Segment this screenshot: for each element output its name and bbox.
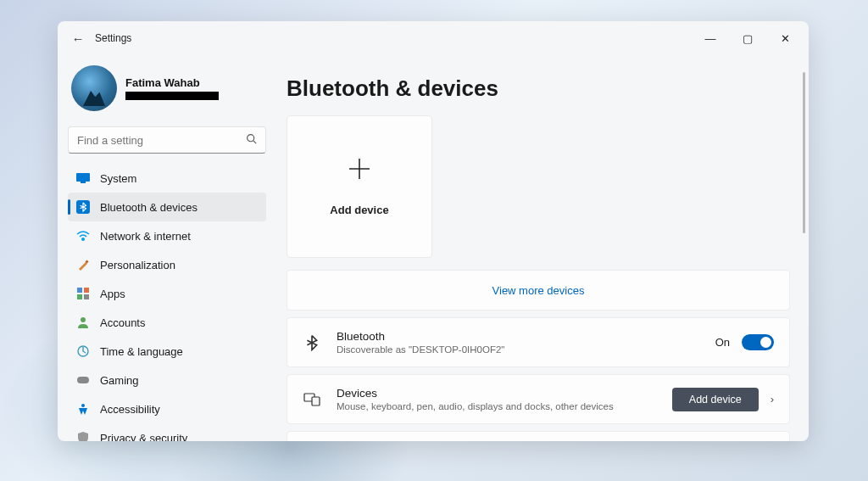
close-button[interactable]: ✕ — [766, 25, 804, 52]
svg-rect-12 — [77, 377, 89, 383]
sidebar-item-accounts[interactable]: Accounts — [68, 308, 266, 337]
sidebar-item-bluetooth[interactable]: Bluetooth & devices — [68, 193, 266, 221]
search-icon — [246, 133, 257, 147]
add-device-label: Add device — [330, 204, 388, 216]
minimize-icon: — — [705, 32, 716, 45]
svg-rect-9 — [84, 294, 89, 299]
add-device-tile[interactable]: Add device — [287, 115, 432, 258]
sidebar: Fatima Wahab System — [58, 55, 276, 441]
row-title: Bluetooth — [337, 330, 504, 343]
sidebar-item-accessibility[interactable]: Accessibility — [68, 394, 266, 423]
sidebar-item-time[interactable]: Time & language — [68, 337, 266, 366]
svg-point-0 — [248, 135, 254, 142]
sidebar-item-apps[interactable]: Apps — [68, 279, 266, 308]
chevron-right-icon: › — [771, 393, 774, 405]
devices-icon — [303, 393, 321, 406]
svg-rect-3 — [81, 182, 86, 183]
sidebar-item-label: Network & internet — [100, 230, 191, 243]
page-title: Bluetooth & devices — [287, 76, 790, 102]
bluetooth-icon — [303, 334, 321, 351]
titlebar: ← Settings — ▢ ✕ — [58, 21, 809, 55]
sidebar-item-label: System — [100, 172, 136, 185]
view-more-devices-link[interactable]: View more devices — [287, 270, 790, 310]
search-input[interactable] — [77, 134, 246, 147]
maximize-icon: ▢ — [743, 32, 753, 45]
svg-line-1 — [253, 141, 256, 143]
shield-icon — [76, 431, 90, 441]
globe-clock-icon — [76, 344, 90, 358]
person-icon — [76, 316, 90, 329]
gamepad-icon — [76, 373, 90, 387]
bluetooth-toggle-row: Bluetooth Discoverable as "DESKTOP-0IH0O… — [287, 317, 790, 367]
sidebar-item-label: Personalization — [100, 259, 175, 271]
sidebar-item-label: Privacy & security — [100, 432, 187, 442]
accessibility-icon — [76, 402, 90, 416]
scrollbar-thumb[interactable] — [803, 72, 805, 233]
printers-row[interactable]: Printers & scanners Preferences, trouble… — [287, 431, 790, 441]
svg-rect-17 — [312, 397, 320, 405]
wifi-icon — [76, 229, 90, 243]
paintbrush-icon — [76, 258, 90, 271]
add-device-button[interactable]: Add device — [672, 388, 759, 411]
sidebar-item-network[interactable]: Network & internet — [68, 221, 266, 250]
main-content: Bluetooth & devices Add device View more… — [276, 55, 809, 441]
sidebar-item-personalization[interactable]: Personalization — [68, 250, 266, 279]
toggle-state-label: On — [715, 336, 730, 349]
svg-rect-8 — [77, 294, 82, 299]
view-more-label: View more devices — [492, 284, 585, 297]
plus-icon — [348, 157, 371, 187]
sidebar-item-gaming[interactable]: Gaming — [68, 366, 266, 394]
sidebar-item-label: Accounts — [100, 316, 145, 329]
bluetooth-icon — [76, 200, 90, 214]
row-subtitle: Discoverable as "DESKTOP-0IH0OF2" — [337, 344, 504, 355]
minimize-button[interactable]: — — [692, 25, 729, 52]
sidebar-item-label: Time & language — [100, 345, 183, 358]
row-subtitle: Mouse, keyboard, pen, audio, displays an… — [337, 401, 614, 411]
svg-rect-7 — [84, 288, 89, 293]
svg-point-4 — [82, 238, 84, 240]
svg-point-13 — [81, 404, 85, 407]
sidebar-item-label: Apps — [100, 288, 125, 300]
search-box[interactable] — [68, 126, 266, 154]
sidebar-item-privacy[interactable]: Privacy & security — [68, 423, 266, 441]
close-icon: ✕ — [781, 32, 790, 45]
sidebar-item-label: Bluetooth & devices — [100, 201, 198, 214]
user-account-row[interactable]: Fatima Wahab — [68, 62, 266, 120]
arrow-left-icon: ← — [72, 31, 85, 46]
sidebar-item-label: Gaming — [100, 374, 139, 387]
devices-row[interactable]: Devices Mouse, keyboard, pen, audio, dis… — [287, 374, 790, 424]
svg-rect-2 — [76, 173, 90, 182]
bluetooth-toggle[interactable] — [742, 334, 774, 350]
row-title: Devices — [337, 387, 614, 400]
avatar — [71, 65, 117, 111]
user-email-redacted — [125, 92, 219, 100]
settings-window: ← Settings — ▢ ✕ Fatima Wahab — [58, 21, 809, 441]
apps-icon — [76, 287, 90, 300]
svg-rect-6 — [77, 288, 82, 293]
user-name: Fatima Wahab — [125, 76, 219, 89]
sidebar-item-label: Accessibility — [100, 403, 160, 416]
window-title: Settings — [95, 32, 131, 44]
maximize-button[interactable]: ▢ — [729, 25, 766, 52]
svg-point-10 — [81, 317, 86, 322]
display-icon — [76, 171, 90, 185]
sidebar-nav: System Bluetooth & devices Network & int… — [68, 164, 266, 441]
sidebar-item-system[interactable]: System — [68, 164, 266, 193]
back-button[interactable]: ← — [66, 26, 90, 50]
